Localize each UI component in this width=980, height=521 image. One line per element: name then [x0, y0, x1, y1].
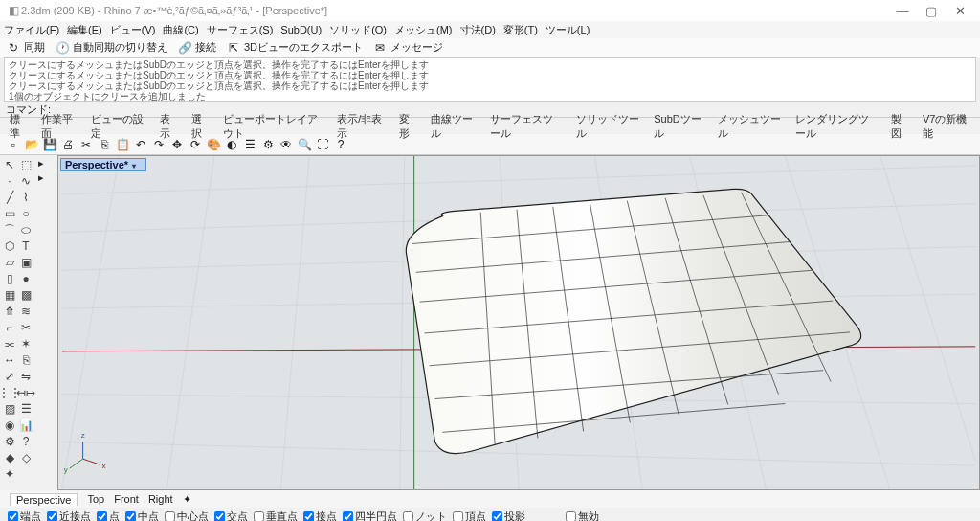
menu-surface[interactable]: サーフェス(S)	[207, 23, 274, 37]
autosync-button[interactable]: 🕐自動同期の切り替え	[55, 40, 167, 56]
tab-drafting[interactable]: 製図	[891, 112, 909, 141]
fillet-icon[interactable]: ⌐	[2, 320, 17, 335]
array-icon[interactable]: ⋮⋮	[2, 385, 17, 400]
osnap-checkbox[interactable]	[303, 511, 314, 522]
osnap-近接点[interactable]: 近接点	[47, 510, 91, 522]
viewtab-add[interactable]: ✦	[183, 493, 191, 506]
arc-icon[interactable]: ⌒	[2, 222, 17, 238]
tab-surfacetools[interactable]: サーフェスツール	[490, 112, 564, 141]
explode-icon[interactable]: ✶	[18, 336, 33, 351]
rotate-icon[interactable]: ⟳	[188, 137, 203, 152]
tab-subdtools[interactable]: SubDツール	[654, 112, 704, 141]
menu-mesh[interactable]: メッシュ(M)	[394, 23, 453, 37]
menu-file[interactable]: ファイル(F)	[4, 23, 59, 37]
layer2-icon[interactable]: ☰	[18, 401, 33, 417]
osnap-checkbox[interactable]	[254, 511, 264, 522]
tab-meshtools[interactable]: メッシュツール	[718, 112, 782, 141]
solid-icon[interactable]: ▣	[18, 255, 33, 270]
move-icon[interactable]: ✥	[169, 137, 185, 152]
osnap-checkbox[interactable]	[125, 511, 136, 522]
point-icon[interactable]: ·	[2, 173, 17, 189]
osnap-ノット[interactable]: ノット	[403, 510, 447, 522]
menu-curve[interactable]: 曲線(C)	[163, 23, 198, 37]
osnap-checkbox[interactable]	[403, 511, 413, 522]
polygon-icon[interactable]: ⬡	[2, 238, 17, 254]
mesh-icon[interactable]: ▦	[2, 287, 17, 303]
subd-icon[interactable]: ▩	[18, 287, 33, 303]
save-icon[interactable]: 💾	[42, 137, 57, 152]
options-icon[interactable]: ⚙	[2, 434, 17, 449]
osnap-checkbox[interactable]	[97, 511, 107, 522]
osnap-投影[interactable]: 投影	[492, 510, 525, 522]
misc2-icon[interactable]: ◇	[18, 450, 33, 465]
menu-transform[interactable]: 変形(T)	[503, 23, 538, 37]
trim-icon[interactable]: ✂	[18, 320, 33, 335]
viewtab-right[interactable]: Right	[148, 493, 173, 505]
mirror-icon[interactable]: ⇋	[18, 369, 33, 384]
osnap-disable-checkbox[interactable]	[566, 511, 576, 522]
osnap-checkbox[interactable]	[214, 511, 225, 522]
message-button[interactable]: ✉メッセージ	[372, 40, 443, 56]
open-icon[interactable]: 📂	[24, 137, 39, 152]
zoomext-icon[interactable]: ⛶	[315, 137, 330, 152]
pointer-icon[interactable]: ↖	[2, 157, 17, 172]
sync-button[interactable]: ↻同期	[6, 40, 45, 56]
viewport-label[interactable]: Perspective*	[60, 158, 146, 171]
new-icon[interactable]: ▫	[6, 137, 21, 152]
move2-icon[interactable]: ↔	[2, 352, 17, 368]
flyout2-icon[interactable]: ▸	[38, 171, 56, 184]
ellipse-icon[interactable]: ⬭	[18, 222, 33, 238]
help2-icon[interactable]: ?	[18, 434, 33, 449]
osnap-垂直点[interactable]: 垂直点	[254, 510, 298, 522]
sphere-icon[interactable]: ●	[18, 271, 33, 286]
osnap-接点[interactable]: 接点	[303, 510, 337, 522]
lasso-icon[interactable]: ⬚	[18, 157, 33, 172]
osnap-checkbox[interactable]	[343, 511, 353, 522]
shade-icon[interactable]: ◐	[224, 137, 239, 152]
rect-icon[interactable]: ▭	[2, 206, 17, 221]
viewtab-front[interactable]: Front	[114, 493, 139, 505]
undo-icon[interactable]: ↶	[133, 137, 148, 152]
render2-icon[interactable]: ◉	[2, 418, 17, 433]
tab-curvetools[interactable]: 曲線ツール	[431, 112, 477, 141]
tab-v7new[interactable]: V7の新機能	[923, 112, 970, 141]
tab-transform[interactable]: 変形	[399, 112, 417, 141]
cut-icon[interactable]: ✂	[78, 137, 94, 152]
surface-icon[interactable]: ▱	[2, 255, 17, 270]
maximize-button[interactable]: ▢	[917, 4, 946, 18]
extrude-icon[interactable]: ⤊	[2, 304, 17, 319]
help-icon[interactable]: ?	[333, 137, 348, 152]
menu-solid[interactable]: ソリッド(O)	[329, 23, 387, 37]
tab-rendertools[interactable]: レンダリングツール	[795, 112, 878, 141]
osnap-四半円点[interactable]: 四半円点	[343, 510, 397, 522]
zoom-icon[interactable]: 🔍	[297, 137, 312, 152]
osnap-点[interactable]: 点	[97, 510, 120, 522]
redo-icon[interactable]: ↷	[151, 137, 167, 152]
osnap-checkbox[interactable]	[492, 511, 502, 522]
osnap-checkbox[interactable]	[47, 511, 57, 522]
copy-icon[interactable]: ⎘	[97, 137, 112, 152]
hide-icon[interactable]: 👁	[278, 137, 294, 152]
box-icon[interactable]: ▯	[2, 271, 17, 286]
osnap-checkbox[interactable]	[453, 511, 463, 522]
paste-icon[interactable]: 📋	[115, 137, 130, 152]
text-icon[interactable]: T	[18, 238, 33, 254]
minimize-button[interactable]: —	[888, 4, 917, 18]
osnap-中点[interactable]: 中点	[125, 510, 159, 522]
line-icon[interactable]: ╱	[2, 190, 17, 205]
tab-solidtools[interactable]: ソリッドツール	[576, 112, 640, 141]
props-icon[interactable]: ⚙	[260, 137, 276, 152]
viewtab-perspective[interactable]: Perspective	[10, 493, 78, 506]
menu-subd[interactable]: SubD(U)	[280, 24, 322, 35]
export3d-button[interactable]: ⇱3Dビューのエクスポート	[226, 40, 363, 56]
circle-icon[interactable]: ○	[18, 206, 33, 221]
osnap-頂点[interactable]: 頂点	[453, 510, 486, 522]
render-icon[interactable]: 🎨	[206, 137, 221, 152]
osnap-disable[interactable]: 無効	[566, 510, 599, 522]
print-icon[interactable]: 🖨	[60, 137, 76, 152]
hatch-icon[interactable]: ▨	[2, 401, 17, 417]
misc1-icon[interactable]: ◆	[2, 450, 17, 465]
osnap-交点[interactable]: 交点	[214, 510, 248, 522]
osnap-端点[interactable]: 端点	[8, 510, 41, 522]
analyze-icon[interactable]: 📊	[18, 418, 33, 433]
